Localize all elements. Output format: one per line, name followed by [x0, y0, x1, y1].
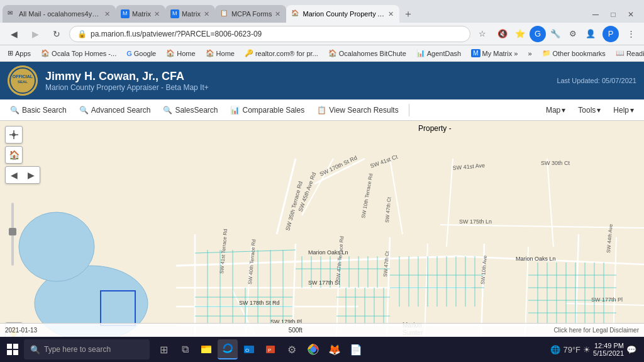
new-tab-button[interactable]: ＋: [399, 5, 417, 23]
zoom-thumb[interactable]: [9, 228, 16, 235]
svg-rect-125: [13, 344, 18, 349]
tab-favicon: M: [121, 9, 130, 18]
other-bookmarks[interactable]: 📁 Other bookmarks: [540, 48, 608, 59]
bookmark-apps[interactable]: ⊞ Apps: [5, 48, 33, 59]
table-icon: 📋: [317, 106, 326, 115]
ext-1[interactable]: 🔇: [494, 26, 511, 42]
system-clock[interactable]: 12:49 PM 5/15/2021: [593, 342, 624, 357]
bookmark-home1[interactable]: 🏠 Home: [164, 48, 197, 59]
forward-button[interactable]: ▶: [26, 25, 44, 43]
tab-close[interactable]: ✕: [274, 9, 281, 19]
home-button[interactable]: 🏠: [5, 146, 23, 164]
bookmark-label: Ocalahomes BitChute: [339, 50, 406, 57]
tab-3[interactable]: M Matrix ✕: [165, 5, 215, 23]
taskbar-search-box[interactable]: 🔍 Type here to search: [24, 339, 150, 359]
last-updated-label: Last Updated:: [557, 77, 600, 84]
home-icon: 🏠: [166, 49, 175, 57]
tab-favicon: ✉: [8, 9, 16, 18]
comparable-sales-label: Comparable Sales: [242, 106, 304, 115]
sales-search-label: SalesSearch: [175, 106, 218, 115]
ext-5[interactable]: ⚙: [565, 26, 581, 42]
bookmark-label: Google: [134, 50, 156, 57]
explorer-button[interactable]: [196, 339, 216, 359]
tab-1[interactable]: ✉ All Mail - ocalahomes4you@... ✕: [3, 5, 116, 23]
windows-start-button[interactable]: [3, 339, 23, 359]
back-button[interactable]: ◀: [5, 25, 23, 43]
bookmark-label: Home: [177, 50, 195, 57]
map-container[interactable]: SW 35th Terrace Rd SW 170th St Rd SW 45t…: [0, 121, 644, 337]
task-view-button[interactable]: ⊞: [153, 339, 174, 359]
reload-button[interactable]: ↻: [48, 25, 65, 43]
bookmarks-star[interactable]: ☆: [474, 26, 491, 42]
bookmark-agentdash[interactable]: 📊 AgentDash: [414, 48, 464, 59]
tab-label: Matrix: [182, 10, 201, 18]
weather-icon[interactable]: ☀: [583, 345, 591, 354]
address-bar[interactable]: 🔒 pa.marion.fl.us/patviewer/?PARCEL=8006…: [69, 26, 470, 42]
pdf-button[interactable]: 📄: [346, 339, 366, 359]
search-icon: 🔍: [79, 106, 89, 115]
map-label: Map: [546, 106, 560, 115]
prev-button[interactable]: ◀ ▶: [5, 166, 40, 184]
svg-point-6: [19, 212, 94, 281]
ext-3[interactable]: G: [530, 26, 546, 42]
close-window-button[interactable]: ✕: [623, 6, 639, 23]
basic-search-label: Basic Search: [22, 106, 67, 115]
tab-close[interactable]: ✕: [104, 9, 111, 19]
bookmark-google[interactable]: G Google: [124, 48, 158, 59]
firefox-button[interactable]: 🦊: [325, 339, 345, 359]
profile-button[interactable]: P: [602, 26, 619, 42]
bookmark-label: Other bookmarks: [553, 50, 606, 57]
bookmark-home2[interactable]: 🏠 Home: [203, 48, 237, 59]
bookmark-ocala[interactable]: 🏠 Ocala Top Homes -...: [38, 48, 119, 59]
sales-search-button[interactable]: 🔍 SalesSearch: [158, 103, 223, 117]
svg-text:SW 30th Ct: SW 30th Ct: [541, 160, 570, 166]
edge-button[interactable]: [218, 339, 238, 359]
bookmark-realtor[interactable]: 🔑 realtor.com® for pr...: [242, 48, 321, 59]
maximize-button[interactable]: □: [605, 6, 621, 23]
tab-close[interactable]: ✕: [203, 9, 210, 19]
ext-4[interactable]: 🔧: [547, 26, 564, 42]
basic-search-button[interactable]: 🔍 Basic Search: [5, 103, 72, 117]
svg-text:Property -: Property -: [418, 124, 452, 133]
powerpoint-button[interactable]: P: [260, 339, 280, 359]
tab-close[interactable]: ✕: [387, 9, 394, 19]
chevron-down-icon: ▾: [597, 106, 601, 115]
app-subtitle: Marion County Property Appraiser - Beta …: [45, 83, 557, 92]
settings-button-taskbar[interactable]: ⚙: [282, 339, 302, 359]
tools-dropdown-button[interactable]: Tools ▾: [573, 103, 606, 117]
app-logo: OFFICIAL SEAL: [8, 65, 38, 96]
ext-6[interactable]: 👤: [582, 26, 599, 42]
map-disclaimer[interactable]: Click here for Legal Disclaimer: [553, 327, 639, 334]
folder-icon: 📁: [542, 49, 551, 57]
last-updated-value: 05/07/2021: [602, 77, 636, 84]
outlook-button[interactable]: O: [239, 339, 259, 359]
tab-label: Marion County Property App...: [303, 10, 385, 18]
system-tray: 🌐 79°F ☀ 12:49 PM 5/15/2021 💬: [545, 342, 641, 357]
ext-2[interactable]: ⭐: [512, 26, 528, 42]
tab-2[interactable]: M Matrix ✕: [116, 5, 165, 23]
realtor-icon: 🔑: [245, 49, 253, 57]
minimize-button[interactable]: ─: [587, 6, 604, 23]
tab-5[interactable]: 🏠 Marion County Property App... ✕: [286, 5, 399, 23]
reading-list[interactable]: 📖 Reading list: [613, 48, 644, 59]
settings-button[interactable]: ⋮: [623, 26, 639, 42]
notification-icon[interactable]: 💬: [626, 345, 636, 354]
widgets-button[interactable]: ⧉: [175, 339, 195, 359]
advanced-search-button[interactable]: 🔍 Advanced Search: [74, 103, 156, 117]
bookmark-bitchute[interactable]: 🏠 Ocalahomes BitChute: [326, 48, 409, 59]
network-icon[interactable]: 🌐: [550, 345, 560, 354]
tab-close[interactable]: ✕: [153, 9, 160, 19]
chrome-button[interactable]: [303, 339, 323, 359]
bookmark-mymatrix[interactable]: M My Matrix »: [469, 48, 520, 59]
tab-bar: ✉ All Mail - ocalahomes4you@... ✕ M Matr…: [0, 0, 644, 23]
comparable-sales-button[interactable]: 📊 Comparable Sales: [225, 103, 309, 117]
zoom-slider[interactable]: [11, 203, 14, 266]
view-results-button[interactable]: 📋 View Search Results: [312, 103, 404, 117]
more-bookmarks[interactable]: »: [525, 48, 534, 59]
weather-temp[interactable]: 79°F: [563, 345, 580, 354]
map-dropdown-button[interactable]: Map ▾: [541, 103, 570, 117]
help-dropdown-button[interactable]: Help ▾: [608, 103, 639, 117]
tab-4[interactable]: 📋 MCPA Forms ✕: [215, 5, 287, 23]
svg-text:SW 177th Pl: SW 177th Pl: [591, 297, 623, 303]
crosshair-button[interactable]: [5, 126, 23, 144]
